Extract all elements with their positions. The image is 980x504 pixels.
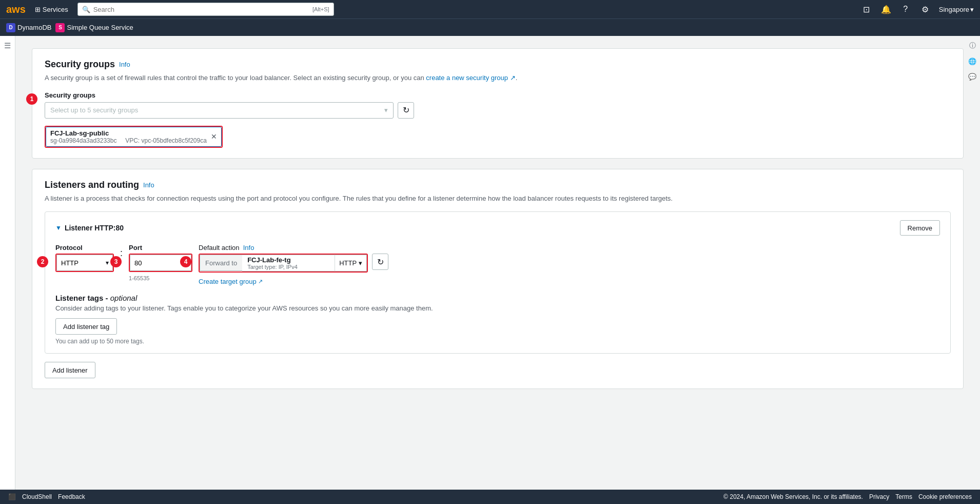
globe-icon[interactable]: 🌐	[967, 55, 978, 67]
breadcrumb-sqs[interactable]: S Simple Queue Service	[55, 23, 133, 32]
region-label: Singapore	[939, 6, 969, 13]
sqs-icon: S	[55, 23, 65, 32]
create-target-group-link[interactable]: Create target group ↗	[199, 278, 940, 285]
step-badge-2: 2	[37, 256, 48, 267]
sg-vpc: VPC: vpc-05bdfecb8c5f209ca	[125, 137, 207, 144]
tags-title: Listener tags - optional	[55, 294, 940, 302]
search-icon: 🔍	[82, 6, 90, 13]
security-groups-refresh-button[interactable]: ↻	[398, 102, 414, 119]
port-label-text: Port	[129, 244, 142, 251]
sg-name: FCJ-Lab-sg-public	[50, 129, 207, 137]
step-badge-1: 1	[26, 93, 37, 105]
create-sg-link-text: create a new security group	[426, 74, 508, 82]
search-shortcut: [Alt+S]	[312, 6, 329, 12]
port-separator: :	[120, 248, 123, 259]
settings-icon[interactable]: ⚙	[919, 4, 931, 15]
port-label: Port	[129, 244, 192, 251]
add-listener-button[interactable]: Add listener	[45, 362, 95, 378]
dropdown-chevron-icon: ▾	[384, 106, 388, 114]
listener-header: ▼ Listener HTTP:80 Remove	[55, 220, 940, 236]
default-action-label-text: Default action	[199, 244, 240, 251]
aws-logo[interactable]: aws	[6, 4, 26, 15]
nav-right: ⊡ 🔔 ? ⚙ Singapore ▾	[861, 4, 974, 15]
breadcrumb-dynamodb[interactable]: D DynamoDB	[6, 23, 51, 32]
dynamodb-icon: D	[6, 23, 15, 32]
services-button[interactable]: ⊞ Services	[32, 5, 71, 14]
listener-title: ▼ Listener HTTP:80	[55, 224, 124, 232]
breadcrumb-nav: D DynamoDB S Simple Queue Service	[0, 18, 980, 36]
target-group-name: FCJ-Lab-fe-tg	[247, 256, 329, 264]
protocol-select[interactable]: HTTP HTTPS	[56, 255, 113, 271]
protocol-label-text: Protocol	[55, 244, 83, 251]
security-groups-field-label: Security groups	[45, 91, 951, 99]
support-icon[interactable]: ⊡	[861, 4, 872, 15]
protocol-select-wrapper: HTTP HTTPS	[55, 254, 114, 272]
sg-details: sg-0a9984da3ad3233bc VPC: vpc-05bdfecb8c…	[50, 137, 207, 144]
grid-icon: ⊞	[35, 6, 41, 13]
security-groups-title: Security groups Info	[45, 59, 951, 70]
target-group-type: Target type: IP, IPv4	[247, 264, 329, 270]
listener-collapse-icon[interactable]: ▼	[55, 224, 62, 231]
security-groups-placeholder: Select up to 5 security groups	[50, 106, 138, 114]
listeners-routing-heading: Listeners and routing	[45, 180, 139, 190]
listeners-routing-desc-text: A listener is a process that checks for …	[45, 195, 673, 202]
sidebar: ☰	[0, 36, 15, 490]
right-panel-icons: ⓘ 🌐 💬	[965, 36, 980, 86]
aws-logo-text: aws	[6, 4, 26, 15]
step-badge-4: 4	[180, 256, 191, 267]
security-groups-heading: Security groups	[45, 59, 115, 70]
tags-description: Consider adding tags to your listener. T…	[55, 304, 940, 312]
search-input[interactable]	[93, 6, 309, 13]
listeners-routing-title: Listeners and routing Info	[45, 180, 951, 190]
security-groups-select-row: Select up to 5 security groups ▾ ↻	[45, 102, 951, 119]
target-protocol-chevron-icon: ▾	[359, 259, 362, 267]
target-refresh-button[interactable]: ↻	[372, 254, 388, 270]
chat-icon[interactable]: 💬	[967, 71, 978, 82]
sg-id: sg-0a9984da3ad3233bc	[50, 137, 116, 144]
listener-tags-section: Listener tags - optional Consider adding…	[55, 294, 940, 345]
sg-tag-info: FCJ-Lab-sg-public sg-0a9984da3ad3233bc V…	[50, 129, 207, 144]
region-selector[interactable]: Singapore ▾	[939, 6, 974, 13]
external-link-icon: ↗	[258, 278, 263, 285]
tags-optional-text: optional	[110, 294, 138, 302]
listeners-routing-section: Listeners and routing Info A listener is…	[32, 169, 964, 390]
bell-icon[interactable]: 🔔	[880, 4, 892, 15]
target-protocol-box[interactable]: HTTP ▾	[335, 255, 367, 272]
security-groups-select[interactable]: Select up to 5 security groups ▾	[45, 102, 394, 119]
default-action-field: Default action Info Forward to FCJ-Lab-f…	[199, 244, 940, 285]
add-listener-tag-button[interactable]: Add listener tag	[55, 318, 117, 335]
listener-title-text: Listener HTTP:80	[65, 224, 124, 232]
create-sg-link[interactable]: create a new security group ↗	[426, 74, 515, 82]
main-content: Security groups Info A security group is…	[15, 36, 980, 490]
top-navigation: aws ⊞ Services 🔍 [Alt+S] ⊡ 🔔 ? ⚙ Singapo…	[0, 0, 980, 18]
forward-to-label: Forward to	[200, 255, 242, 271]
default-action-info-link[interactable]: Info	[243, 244, 254, 251]
sqs-label: Simple Queue Service	[67, 24, 133, 31]
action-row: Forward to FCJ-Lab-fe-tg Target type: IP…	[199, 254, 940, 273]
listener-card: ▼ Listener HTTP:80 Remove 2 Protocol	[45, 211, 951, 354]
listeners-routing-desc: A listener is a process that checks for …	[45, 193, 951, 204]
services-label: Services	[43, 6, 68, 13]
port-range-hint: 1-65535	[129, 275, 192, 281]
chevron-down-icon: ▾	[970, 6, 974, 13]
dynamodb-label: DynamoDB	[17, 24, 51, 31]
security-groups-desc-text: A security group is a set of firewall ru…	[45, 74, 424, 82]
protocol-label: Protocol	[55, 244, 114, 251]
protocol-select-container: HTTP HTTPS	[56, 255, 113, 271]
security-groups-info-link[interactable]: Info	[119, 61, 130, 68]
target-protocol-label: HTTP	[339, 259, 357, 267]
info-circle-icon[interactable]: ⓘ	[967, 40, 978, 51]
security-groups-section: Security groups Info A security group is…	[32, 48, 964, 159]
help-icon[interactable]: ?	[900, 4, 911, 15]
security-groups-desc: A security group is a set of firewall ru…	[45, 73, 951, 83]
tags-title-text: Listener tags -	[55, 294, 108, 302]
remove-listener-button[interactable]: Remove	[900, 220, 940, 236]
create-target-group-text: Create target group	[199, 278, 257, 285]
sg-tag-close-button[interactable]: ✕	[211, 132, 217, 141]
tags-hint: You can add up to 50 more tags.	[55, 338, 940, 345]
sidebar-menu-icon[interactable]: ☰	[2, 40, 13, 51]
protocol-field-group: Protocol HTTP HTTPS	[55, 244, 114, 272]
search-bar[interactable]: 🔍 [Alt+S]	[77, 3, 334, 16]
listeners-routing-info-link[interactable]: Info	[143, 181, 154, 189]
default-action-label: Default action Info	[199, 244, 940, 251]
